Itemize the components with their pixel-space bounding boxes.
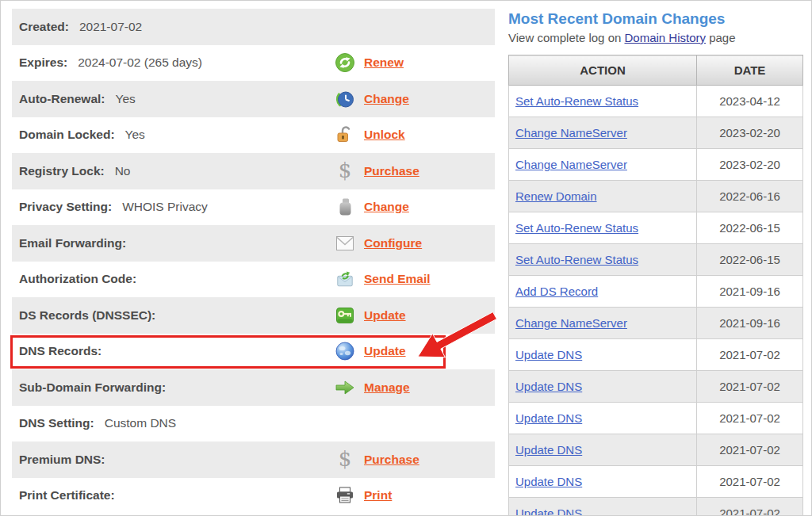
table-row: Change NameServer2023-02-20 xyxy=(509,149,803,181)
detail-label: Email Forwarding: xyxy=(19,236,126,250)
renew-link[interactable]: Renew xyxy=(364,55,404,70)
unlock-padlock-icon xyxy=(334,124,355,146)
history-action-link[interactable]: Add DS Record xyxy=(515,285,598,298)
history-action-link[interactable]: Update DNS xyxy=(515,380,582,393)
history-action-link[interactable]: Change NameServer xyxy=(515,158,627,171)
table-row: Set Auto-Renew Status2023-04-12 xyxy=(509,86,803,117)
unlock-link[interactable]: Unlock xyxy=(364,128,405,142)
detail-row-created: Created: 2021-07-02 xyxy=(12,9,495,45)
svg-text:$: $ xyxy=(338,159,351,182)
ds-records-update-link[interactable]: Update xyxy=(364,308,406,323)
history-action-link[interactable]: Update DNS xyxy=(515,475,582,488)
detail-row-expires: Expires: 2024-07-02 (265 days) Renew xyxy=(12,45,495,82)
history-date: 2021-09-16 xyxy=(697,308,803,339)
privacy-change-link[interactable]: Change xyxy=(364,200,409,214)
domain-history-link[interactable]: Domain History xyxy=(624,31,706,44)
table-row: Update DNS2021-07-02 xyxy=(509,339,803,371)
history-date: 2021-07-02 xyxy=(697,434,803,466)
detail-label: Print Certificate: xyxy=(19,488,115,503)
detail-row-auto-renewal: Auto-Renewal: Yes Change xyxy=(12,81,495,117)
history-action-link[interactable]: Renew Domain xyxy=(515,189,597,203)
history-action-link[interactable]: Change NameServer xyxy=(515,316,627,330)
detail-row-premium-dns: Premium DNS: $ Purchase xyxy=(12,441,495,478)
send-email-link[interactable]: Send Email xyxy=(364,272,431,286)
history-action-link[interactable]: Set Auto-Renew Status xyxy=(515,221,638,235)
detail-label: Auto-Renewal: xyxy=(19,92,105,106)
print-link[interactable]: Print xyxy=(364,488,392,503)
detail-row-email-forwarding: Email Forwarding: Configure xyxy=(12,225,495,262)
detail-row-dns-setting: DNS Setting: Custom DNS xyxy=(12,406,495,442)
action-column-header: ACTION xyxy=(509,55,697,86)
detail-row-print-certificate: Print Certificate: Print xyxy=(12,478,495,514)
history-date: 2021-07-02 xyxy=(697,371,803,403)
history-action-link[interactable]: Update DNS xyxy=(515,443,582,457)
detail-label: DNS Records: xyxy=(19,344,102,358)
subtitle-prefix: View complete log on xyxy=(508,31,624,44)
email-forwarding-configure-link[interactable]: Configure xyxy=(364,236,422,250)
dollar-icon: $ xyxy=(334,160,355,182)
domain-manager-panel: Created: 2021-07-02 Expires: 2024-07-02 … xyxy=(0,0,812,516)
table-row: Add DS Record2021-09-16 xyxy=(509,276,803,308)
table-row: Update DNS2021-07-02 xyxy=(509,466,803,498)
history-date: 2021-09-16 xyxy=(697,276,803,308)
detail-label: Authorization Code: xyxy=(19,272,136,286)
clock-change-icon xyxy=(334,88,355,109)
detail-value: 2024-07-02 (265 days) xyxy=(78,55,202,70)
printer-icon xyxy=(334,485,355,506)
history-date: 2021-07-02 xyxy=(697,498,803,516)
table-row: Change NameServer2023-02-20 xyxy=(509,117,803,149)
detail-row-dns-records: DNS Records: Update xyxy=(12,334,495,370)
detail-row-authorization-code: Authorization Code: Send Email xyxy=(12,262,495,298)
green-arrow-icon xyxy=(334,376,355,398)
history-action-link[interactable]: Update DNS xyxy=(515,506,582,516)
history-action-link[interactable]: Set Auto-Renew Status xyxy=(515,253,638,266)
premium-dns-purchase-link[interactable]: Purchase xyxy=(364,453,419,467)
history-date: 2021-07-02 xyxy=(697,466,803,498)
recent-changes-panel: Most Recent Domain Changes View complete… xyxy=(508,10,802,516)
table-row: Set Auto-Renew Status2022-06-15 xyxy=(509,212,803,244)
history-action-link[interactable]: Change NameServer xyxy=(515,126,627,140)
table-row: Update DNS2021-07-02 xyxy=(509,403,803,434)
registry-lock-purchase-link[interactable]: Purchase xyxy=(364,164,419,178)
table-row: Update DNS2021-07-02 xyxy=(509,371,803,403)
detail-label: DNS Setting: xyxy=(19,416,94,430)
subtitle-suffix: page xyxy=(706,31,736,44)
auto-renewal-change-link[interactable]: Change xyxy=(364,92,409,106)
history-action-link[interactable]: Update DNS xyxy=(515,411,582,425)
detail-label: DS Records (DNSSEC): xyxy=(19,308,155,323)
table-row: Update DNS2021-07-02 xyxy=(509,434,803,466)
domain-details-panel: Created: 2021-07-02 Expires: 2024-07-02 … xyxy=(12,9,495,514)
dnssec-key-icon xyxy=(334,304,355,326)
detail-label: Privacy Setting: xyxy=(19,200,112,214)
dns-records-update-link[interactable]: Update xyxy=(364,344,406,358)
subdomain-manage-link[interactable]: Manage xyxy=(364,380,410,395)
detail-row-subdomain-forwarding: Sub-Domain Forwarding: Manage xyxy=(12,369,495,406)
history-date: 2021-07-02 xyxy=(697,339,803,371)
table-row: Update DNS2021-07-02 xyxy=(509,498,803,516)
recent-changes-title: Most Recent Domain Changes xyxy=(508,10,802,28)
detail-row-domain-locked: Domain Locked: Yes Unlock xyxy=(12,117,495,154)
recent-changes-subtitle: View complete log on Domain History page xyxy=(508,31,802,44)
detail-value: Yes xyxy=(125,128,145,142)
send-email-icon xyxy=(334,269,355,290)
history-date: 2022-06-15 xyxy=(697,212,803,244)
detail-value: No xyxy=(115,164,131,178)
table-row: Set Auto-Renew Status2022-06-15 xyxy=(509,244,803,276)
envelope-icon xyxy=(334,232,355,254)
history-action-link[interactable]: Set Auto-Renew Status xyxy=(515,94,638,108)
table-row: Renew Domain2022-06-16 xyxy=(509,181,803,212)
history-date: 2023-02-20 xyxy=(697,149,803,181)
renew-refresh-icon xyxy=(334,52,355,74)
history-date: 2023-02-20 xyxy=(697,117,803,149)
detail-label: Expires: xyxy=(19,55,67,70)
date-column-header: DATE xyxy=(697,55,803,86)
detail-value: Yes xyxy=(116,92,136,106)
history-date: 2023-04-12 xyxy=(697,86,803,117)
detail-row-registry-lock: Registry Lock: No $ Purchase xyxy=(12,153,495,189)
detail-value: Custom DNS xyxy=(105,416,176,430)
detail-label: Premium DNS: xyxy=(19,453,105,467)
history-date: 2022-06-15 xyxy=(697,244,803,276)
detail-row-privacy-setting: Privacy Setting: WHOIS Privacy Change xyxy=(12,189,495,226)
globe-icon xyxy=(334,341,355,362)
history-action-link[interactable]: Update DNS xyxy=(515,348,582,361)
